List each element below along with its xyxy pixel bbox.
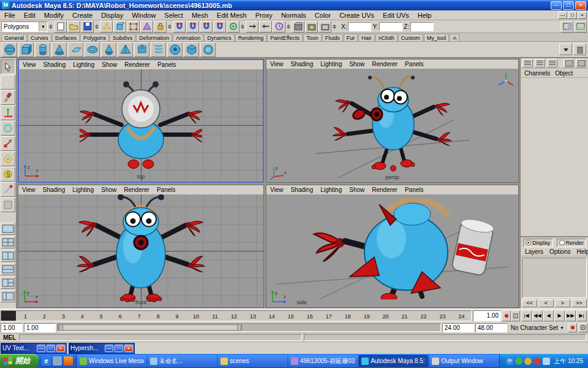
channel-box-body[interactable] bbox=[521, 78, 588, 236]
two-pane-side-layout-button[interactable] bbox=[1, 250, 15, 262]
new-scene-button[interactable] bbox=[54, 21, 67, 33]
y-coordinate-input[interactable] bbox=[379, 22, 402, 31]
viewport-front-canvas[interactable]: xy front bbox=[18, 194, 263, 308]
x-coordinate-input[interactable] bbox=[348, 22, 371, 31]
taskbar-item-untitled[interactable]: 未命名... bbox=[148, 355, 217, 367]
title-bar[interactable]: M Autodesk Maya 8.5: D:\MAYA\Robot_Homew… bbox=[0, 0, 588, 10]
vp-menu-lighting[interactable]: Lighting bbox=[69, 61, 98, 68]
robot-model-persp-view[interactable] bbox=[316, 69, 469, 178]
close-button[interactable]: × bbox=[56, 345, 65, 352]
close-button[interactable]: × bbox=[124, 345, 133, 352]
playback-end-field[interactable]: 24.00 bbox=[442, 323, 474, 332]
animation-end-field[interactable]: 48.00 bbox=[475, 323, 507, 332]
shelf-tab-rendering[interactable]: Rendering bbox=[235, 34, 267, 41]
start-button[interactable]: 開始 bbox=[0, 354, 39, 368]
vp-menu-view[interactable]: View bbox=[266, 186, 287, 193]
shelf-tab-fur[interactable]: Fur bbox=[344, 34, 358, 41]
minimize-button[interactable]: — bbox=[37, 345, 45, 352]
render-radio[interactable] bbox=[559, 240, 565, 245]
two-pane-stacked-layout-button[interactable] bbox=[1, 263, 15, 275]
range-end-handle[interactable] bbox=[237, 325, 241, 330]
soft-modification-tool-button[interactable]: S bbox=[1, 167, 15, 182]
channel-speed-button[interactable] bbox=[535, 59, 545, 67]
poly-platonic-shelf-button[interactable] bbox=[184, 42, 199, 57]
vp-menu-renderer[interactable]: Renderer bbox=[368, 61, 401, 67]
shelf-tab-a[interactable]: A bbox=[450, 34, 459, 41]
shelf-tab-subdivs[interactable]: Subdivs bbox=[110, 34, 135, 41]
menu-edit[interactable]: Edit bbox=[20, 11, 40, 20]
menu-window[interactable]: Window bbox=[127, 11, 160, 20]
vp-menu-show[interactable]: Show bbox=[97, 186, 120, 193]
status-line-divider[interactable] bbox=[94, 21, 99, 33]
menu-proxy[interactable]: Proxy bbox=[251, 11, 277, 20]
vp-menu-panels[interactable]: Panels bbox=[154, 61, 180, 68]
snap-to-view-planes-button[interactable] bbox=[213, 21, 226, 33]
render-current-frame-button[interactable] bbox=[292, 21, 304, 33]
shelf-tab-curves[interactable]: Curves bbox=[28, 34, 51, 41]
three-pane-layout-button[interactable] bbox=[1, 277, 15, 289]
vp-menu-renderer[interactable]: Renderer bbox=[121, 61, 154, 68]
show-manipulator-tool-button[interactable] bbox=[1, 182, 15, 197]
shelf-tab-fluids[interactable]: Fluids bbox=[322, 34, 343, 41]
move-tool-button[interactable] bbox=[1, 105, 15, 120]
poly-plane-shelf-button[interactable] bbox=[68, 42, 83, 57]
poly-helix-shelf-button[interactable] bbox=[151, 42, 166, 57]
lasso-tool-button[interactable] bbox=[1, 75, 15, 90]
minimize-button[interactable]: — bbox=[551, 1, 562, 10]
status-line-divider[interactable] bbox=[167, 21, 172, 33]
menu-display[interactable]: Display bbox=[97, 11, 127, 20]
current-frame-indicator[interactable] bbox=[1, 311, 16, 321]
go-to-end-button[interactable]: ▶| bbox=[576, 310, 587, 321]
restore-button[interactable]: □ bbox=[115, 345, 123, 352]
status-line-divider[interactable] bbox=[332, 21, 337, 33]
language-bar-icon[interactable]: 中 bbox=[506, 358, 513, 365]
range-slider-track[interactable] bbox=[57, 323, 441, 332]
universal-manipulator-button[interactable] bbox=[1, 151, 15, 166]
animation-preferences-button[interactable] bbox=[578, 323, 587, 332]
playback-options-button[interactable] bbox=[511, 310, 520, 321]
layers-menu[interactable]: Layers bbox=[522, 248, 546, 255]
poly-cylinder-shelf-button[interactable] bbox=[35, 42, 50, 57]
poly-pipe-shelf-button[interactable] bbox=[134, 42, 149, 57]
command-input[interactable] bbox=[19, 334, 301, 341]
select-by-object-button[interactable] bbox=[113, 21, 126, 33]
layer-list[interactable] bbox=[522, 258, 587, 298]
vp-menu-panels[interactable]: Panels bbox=[401, 186, 428, 193]
menu-mesh[interactable]: Mesh bbox=[187, 11, 213, 20]
menu-normals[interactable]: Normals bbox=[277, 11, 311, 20]
shelf-tab-polygons[interactable]: Polygons bbox=[80, 34, 109, 41]
vp-menu-view[interactable]: View bbox=[19, 61, 40, 68]
taskbar-clock[interactable]: 上午 10:25 bbox=[554, 357, 583, 366]
vp-menu-panels[interactable]: Panels bbox=[153, 186, 179, 193]
vp-menu-shading[interactable]: Shading bbox=[40, 61, 70, 68]
show-desktop-icon[interactable] bbox=[53, 356, 62, 366]
vp-menu-show[interactable]: Show bbox=[345, 61, 368, 67]
menu-file[interactable]: File bbox=[0, 11, 20, 20]
animation-start-field[interactable]: 1.00 bbox=[1, 323, 23, 332]
taskbar-item-scenes-folder[interactable]: scenes bbox=[218, 355, 287, 367]
select-by-component-button[interactable] bbox=[127, 21, 140, 33]
set-key-button[interactable] bbox=[502, 310, 511, 321]
single-pane-layout-button[interactable] bbox=[1, 223, 15, 235]
select-by-hierarchy-button[interactable] bbox=[100, 21, 113, 33]
poly-pyramid-shelf-button[interactable] bbox=[118, 42, 133, 57]
shelf-tab-dynamics[interactable]: Dynamics bbox=[204, 34, 235, 41]
taskbar-item-image-viewer[interactable]: 49613005-胡延珊03... bbox=[288, 355, 358, 367]
viewport-persp-canvas[interactable]: xy persp bbox=[266, 69, 518, 182]
status-line-divider[interactable] bbox=[48, 21, 53, 33]
shelf-tab-ncloth[interactable]: nCloth bbox=[375, 34, 398, 41]
rotate-tool-button[interactable] bbox=[1, 121, 15, 136]
tab-object[interactable]: Object bbox=[553, 70, 575, 77]
shelf-tab-surfaces[interactable]: Surfaces bbox=[52, 34, 80, 41]
vp-menu-lighting[interactable]: Lighting bbox=[69, 186, 97, 193]
paint-selection-tool-button[interactable] bbox=[1, 90, 15, 105]
menu-set-selector[interactable]: Polygons ▼ bbox=[1, 21, 48, 32]
display-radio[interactable] bbox=[526, 240, 531, 245]
taskbar-item-maya[interactable]: Autodesk Maya 8.5: D... bbox=[359, 355, 428, 367]
menu-edit-uvs[interactable]: Edit UVs bbox=[379, 11, 413, 20]
vp-menu-view[interactable]: View bbox=[18, 186, 39, 193]
shelf-tab-deformation[interactable]: Deformation bbox=[136, 34, 172, 41]
menu-modify[interactable]: Modify bbox=[40, 11, 68, 20]
channel-box-options-button[interactable] bbox=[564, 59, 574, 67]
mdi-minimize-button[interactable]: — bbox=[558, 12, 567, 19]
